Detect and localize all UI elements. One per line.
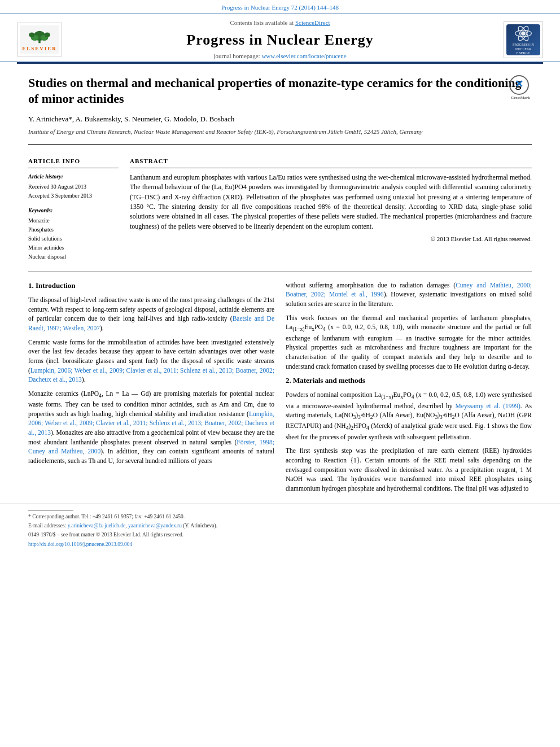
keywords-label: Keywords: xyxy=(28,207,119,215)
journal-header: ELSEVIER Contents lists available at Sci… xyxy=(0,13,560,62)
svg-point-6 xyxy=(521,31,526,36)
journal-logo-right: PROGRESS INNUCLEAR ENERGY xyxy=(498,21,543,58)
citation-bar: Progress in Nuclear Energy 72 (2014) 144… xyxy=(0,0,560,13)
elsevier-brand-text: ELSEVIER xyxy=(22,45,57,53)
elsevier-logo: ELSEVIER xyxy=(17,23,62,56)
email2-link[interactable]: yaarinicheva@yandex.ru xyxy=(128,523,182,528)
ref-lumpkin[interactable]: Lumpkin, 2006; Weber et al., 2009; Clavi… xyxy=(28,367,274,383)
issn-note: 0149-1970/$ – see front matter © 2013 El… xyxy=(28,531,532,539)
right-para-2: This work focuses on the thermal and mec… xyxy=(286,313,532,372)
intro-para-1: The disposal of high-level radioactive w… xyxy=(28,295,274,333)
right-para-1: without suffering amorphisation due to r… xyxy=(286,281,532,309)
article-title: Studies on thermal and mechanical proper… xyxy=(28,75,532,107)
article-info-heading: Article Info xyxy=(28,157,119,168)
ref-forster[interactable]: Förster, 1998; Cuney and Mathieu, 2000 xyxy=(28,439,274,455)
ref-meyssamy[interactable]: Meyssamy et al. (1999) xyxy=(456,403,520,409)
intro-para-2: Ceramic waste forms for the immobilisati… xyxy=(28,338,274,385)
keyword-1: Monazite xyxy=(28,217,119,225)
journal-homepage: journal homepage: www.elsevier.com/locat… xyxy=(62,52,498,60)
elsevier-tree-icon xyxy=(23,27,56,44)
article-info-col: Article Info Article history: Received 3… xyxy=(28,157,119,261)
abstract-col: Abstract Lanthanum and europium phosphat… xyxy=(130,157,532,261)
body-right-col: without suffering amorphisation due to r… xyxy=(286,281,532,498)
journal-header-center: Contents lists available at ScienceDirec… xyxy=(62,19,498,60)
keyword-2: Phosphates xyxy=(28,226,119,234)
keywords-section: Keywords: Monazite Phosphates Solid solu… xyxy=(28,207,119,261)
ref-cuney[interactable]: Cuney and Mathieu, 2000; Boatner, 2002; … xyxy=(286,282,532,298)
keyword-3: Solid solutions xyxy=(28,235,119,243)
intro-para-3: Monazite ceramics (LnPO4, Ln = La — Gd) … xyxy=(28,389,274,466)
abstract-copyright: © 2013 Elsevier Ltd. All rights reserved… xyxy=(130,235,532,243)
ref-lumpkin2[interactable]: Lumpkin, 2006; Weber et al., 2009; Clavi… xyxy=(28,410,274,436)
received-date: Received 30 August 2013 xyxy=(28,183,119,191)
email-suffix: (Y. Arinicheva). xyxy=(183,523,217,528)
abstract-heading: Abstract xyxy=(130,157,532,168)
authors: Y. Arinicheva*, A. Bukaemskiy, S. Neumei… xyxy=(28,114,532,124)
footer-section: * Corresponding author. Tel.: +49 2461 6… xyxy=(0,504,560,553)
section-divider xyxy=(28,271,532,272)
svg-point-5 xyxy=(45,33,50,38)
page-wrapper: Progress in Nuclear Energy 72 (2014) 144… xyxy=(0,0,560,553)
journal-name: Progress in Nuclear Energy xyxy=(62,30,498,50)
keyword-5: Nuclear disposal xyxy=(28,253,119,261)
right-para-3: Powders of nominal composition La(1−x)Eu… xyxy=(286,390,532,442)
materials-heading: 2. Materials and methods xyxy=(286,375,532,386)
homepage-label: journal homepage: xyxy=(213,53,260,59)
body-section: 1. Introduction The disposal of high-lev… xyxy=(0,281,560,498)
affiliation: Institute of Energy and Climate Research… xyxy=(28,128,532,136)
corresponding-note: * Corresponding author. Tel.: +49 2461 6… xyxy=(28,513,532,521)
journal-citation: Progress in Nuclear Energy 72 (2014) 144… xyxy=(221,4,339,11)
accepted-date: Accepted 3 September 2013 xyxy=(28,192,119,200)
email-label: E-mail addresses: xyxy=(28,523,66,528)
svg-point-4 xyxy=(29,33,34,38)
contents-label: Contents lists available at xyxy=(230,19,294,26)
article-divider xyxy=(28,144,532,145)
right-para-4: The first synthesis step was the precipi… xyxy=(286,446,532,493)
homepage-url[interactable]: www.elsevier.com/locate/pnucene xyxy=(261,53,346,59)
keyword-4: Minor actinides xyxy=(28,244,119,252)
nuclear-energy-icon xyxy=(512,24,535,43)
doi-note: http://dx.doi.org/10.1016/j.pnucene.2013… xyxy=(28,541,532,548)
article-section: Studies on thermal and mechanical proper… xyxy=(0,64,560,158)
history-label: Article history: xyxy=(28,173,119,181)
ref-baetsle[interactable]: Baetsle and De Raedt, 1997; Westlen, 200… xyxy=(28,315,274,331)
email1-link[interactable]: y.arinicheva@fz-juelich.de xyxy=(68,523,126,528)
footnote-line xyxy=(28,510,73,510)
email-note: E-mail addresses: y.arinicheva@fz-juelic… xyxy=(28,522,532,530)
body-left-col: 1. Introduction The disposal of high-lev… xyxy=(28,281,274,498)
doi-link[interactable]: http://dx.doi.org/10.1016/j.pnucene.2013… xyxy=(28,541,132,547)
abstract-text: Lanthanum and europium phosphates with v… xyxy=(130,173,532,231)
intro-heading: 1. Introduction xyxy=(28,281,274,291)
crossmark-badge[interactable]: ✕ CrossMark xyxy=(509,75,532,98)
article-info-abstract-section: Article Info Article history: Received 3… xyxy=(0,157,560,261)
sciencedirect-link[interactable]: ScienceDirect xyxy=(295,19,330,26)
